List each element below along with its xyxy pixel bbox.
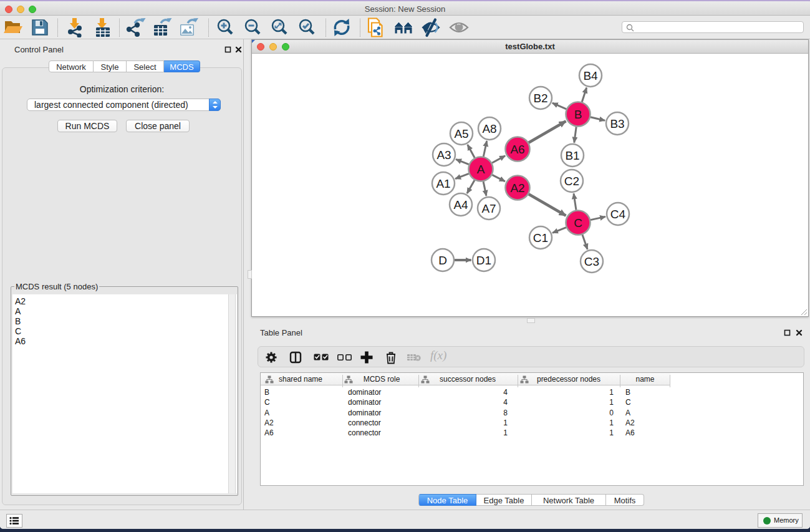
svg-text:D: D bbox=[438, 254, 447, 267]
svg-text:C2: C2 bbox=[564, 175, 579, 188]
svg-text:B4: B4 bbox=[583, 69, 598, 82]
svg-text:C1: C1 bbox=[533, 231, 548, 244]
svg-text:A6: A6 bbox=[510, 143, 524, 156]
svg-text:C4: C4 bbox=[610, 208, 626, 221]
svg-text:A4: A4 bbox=[453, 198, 468, 211]
svg-text:C: C bbox=[574, 216, 582, 230]
svg-text:A3: A3 bbox=[436, 148, 451, 162]
svg-text:B3: B3 bbox=[610, 117, 624, 130]
svg-text:A5: A5 bbox=[454, 127, 468, 140]
svg-text:B2: B2 bbox=[533, 92, 547, 105]
svg-text:A8: A8 bbox=[482, 122, 496, 135]
svg-text:A: A bbox=[477, 163, 485, 176]
svg-text:A1: A1 bbox=[436, 177, 450, 190]
svg-text:C3: C3 bbox=[584, 255, 599, 268]
svg-text:B: B bbox=[574, 108, 582, 121]
svg-text:A2: A2 bbox=[510, 181, 524, 195]
svg-text:D1: D1 bbox=[476, 254, 491, 267]
svg-text:B1: B1 bbox=[565, 149, 579, 162]
svg-text:A7: A7 bbox=[481, 202, 496, 215]
